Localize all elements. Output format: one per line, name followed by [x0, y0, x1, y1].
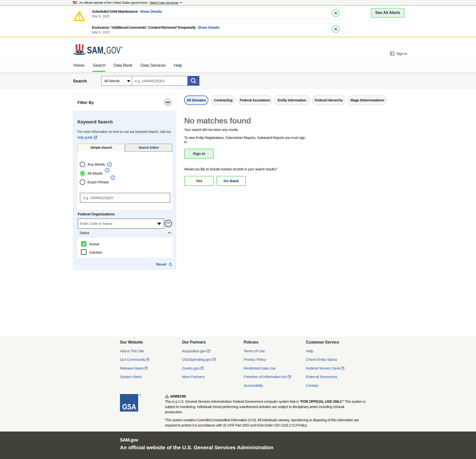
svg-text:R: R: [121, 47, 122, 48]
svg-text:GOV: GOV: [106, 44, 121, 55]
svg-text:GSA: GSA: [122, 402, 136, 411]
svg-text:SAM: SAM: [87, 44, 103, 55]
